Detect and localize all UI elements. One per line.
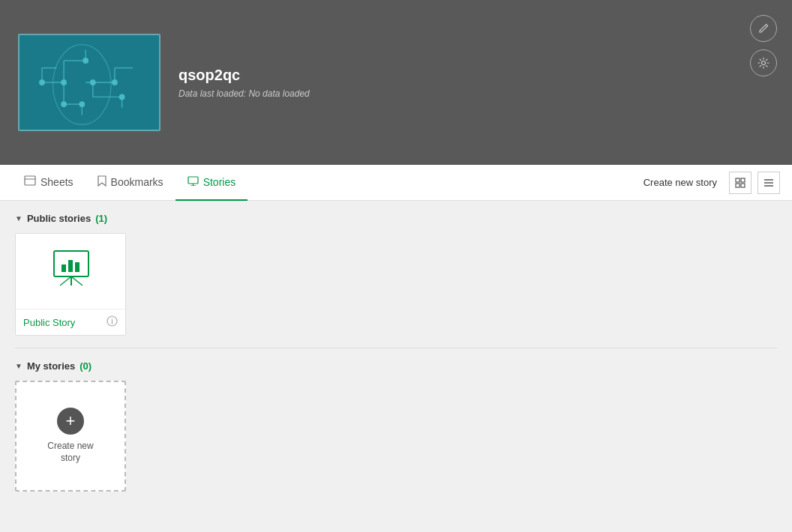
svg-point-22 <box>79 101 85 107</box>
section-divider <box>15 348 777 348</box>
svg-point-17 <box>82 58 88 64</box>
public-stories-section-header[interactable]: ▼ Public stories (1) <box>15 213 777 224</box>
svg-rect-34 <box>741 184 745 187</box>
svg-point-25 <box>762 61 766 65</box>
svg-point-48 <box>112 318 113 320</box>
create-new-story-card[interactable]: + Create newstory <box>15 381 126 492</box>
app-info: qsop2qc Data last loaded: No data loaded <box>178 67 310 99</box>
svg-point-23 <box>119 94 125 100</box>
public-stories-grid: Public Story <box>15 233 777 336</box>
header-actions <box>750 15 777 76</box>
story-card-public[interactable]: Public Story <box>15 233 126 336</box>
my-stories-label: My stories <box>27 360 75 372</box>
story-card-label: Public Story <box>23 317 75 328</box>
svg-rect-26 <box>25 176 35 185</box>
tab-stories[interactable]: Stories <box>176 165 248 201</box>
tab-sheets-label: Sheets <box>40 176 74 188</box>
list-view-button[interactable] <box>758 172 780 194</box>
my-stories-grid: + Create newstory <box>15 381 777 492</box>
sheets-icon <box>24 175 36 188</box>
svg-point-19 <box>61 101 67 107</box>
svg-rect-32 <box>741 178 745 182</box>
main-content: ▼ Public stories (1) <box>0 201 792 532</box>
bookmarks-icon <box>98 175 106 189</box>
svg-rect-41 <box>75 262 80 272</box>
public-stories-label: Public stories <box>27 213 91 224</box>
grid-view-button[interactable] <box>729 172 752 194</box>
app-title: qsop2qc <box>178 67 310 84</box>
create-new-story-button[interactable]: Create new story <box>638 174 723 191</box>
create-new-story-card-label: Create newstory <box>47 441 93 464</box>
tab-stories-label: Stories <box>203 176 236 188</box>
svg-rect-28 <box>188 177 198 184</box>
tabs-right: Create new story <box>638 172 780 194</box>
app-header: qsop2qc Data last loaded: No data loaded <box>0 0 792 165</box>
app-thumbnail <box>18 34 160 131</box>
story-info-icon[interactable] <box>106 315 118 329</box>
svg-rect-40 <box>68 260 73 272</box>
story-card-footer: Public Story <box>16 309 125 335</box>
svg-line-43 <box>60 276 71 285</box>
svg-rect-33 <box>736 184 740 187</box>
story-thumbnail <box>16 234 126 309</box>
edit-button[interactable] <box>750 15 777 42</box>
my-stories-count: (0) <box>80 360 92 372</box>
svg-point-20 <box>90 79 96 85</box>
tab-bookmarks-label: Bookmarks <box>111 176 164 188</box>
svg-line-44 <box>71 276 82 285</box>
tab-bookmarks[interactable]: Bookmarks <box>86 165 176 201</box>
tab-sheets[interactable]: Sheets <box>12 165 86 201</box>
svg-point-21 <box>39 79 45 85</box>
my-stories-chevron-icon: ▼ <box>15 362 22 370</box>
svg-rect-31 <box>736 178 740 182</box>
tabs-bar: Sheets Bookmarks Stories Create new stor… <box>0 165 792 201</box>
svg-point-16 <box>61 79 67 85</box>
public-stories-chevron-icon: ▼ <box>15 214 22 223</box>
stories-icon <box>188 175 199 188</box>
story-icon <box>45 244 98 299</box>
settings-button[interactable] <box>750 49 777 76</box>
svg-rect-39 <box>62 265 66 272</box>
svg-point-18 <box>112 79 118 85</box>
app-subtitle: Data last loaded: No data loaded <box>178 88 310 99</box>
my-stories-section-header[interactable]: ▼ My stories (0) <box>15 360 777 372</box>
plus-icon: + <box>57 408 84 435</box>
public-stories-count: (1) <box>95 213 107 224</box>
